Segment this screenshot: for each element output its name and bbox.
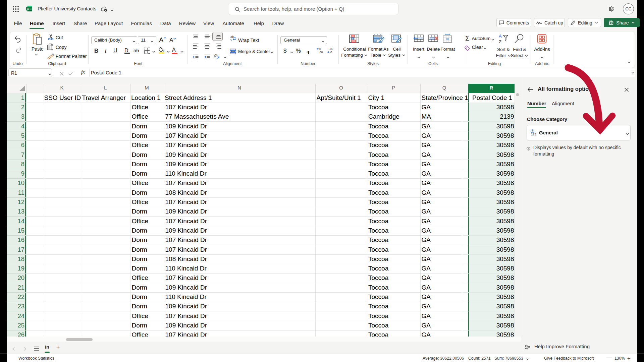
svg-text:.00: .00 <box>319 51 323 54</box>
svg-text:Z: Z <box>499 39 501 44</box>
svg-text:123: 123 <box>531 132 536 136</box>
svg-text:0: 0 <box>330 51 332 54</box>
svg-text:c: c <box>230 38 232 41</box>
svg-text:0: 0 <box>319 47 321 51</box>
svg-text:X: X <box>27 7 29 11</box>
svg-text:ab: ab <box>214 53 218 58</box>
svg-text:.00: .00 <box>329 47 333 51</box>
svg-text:A: A <box>499 34 502 39</box>
